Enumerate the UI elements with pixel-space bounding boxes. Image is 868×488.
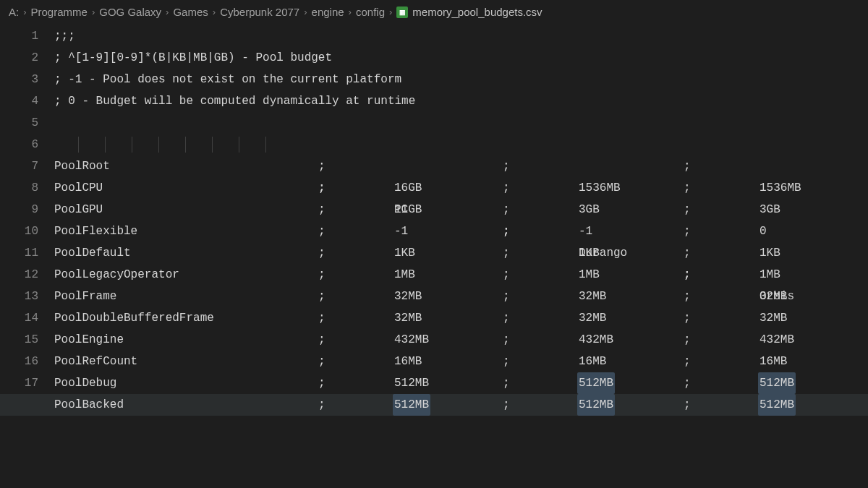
comment-text: ; -1 - Pool does not exist on the curren… (54, 73, 401, 86)
csv-separator: ; (503, 242, 510, 264)
csv-separator: ; (684, 199, 691, 221)
breadcrumb-drive[interactable]: A: (9, 6, 19, 18)
line-number: 12 (0, 264, 38, 286)
data-row[interactable]: PoolFrame;32MB;32MB;32MB (54, 286, 868, 307)
line-number: 17 (0, 372, 38, 394)
line-number: 11 (0, 242, 38, 264)
csv-separator: ; (318, 177, 326, 199)
header-row[interactable]: ; PC ; Durango ; Orbis (54, 134, 868, 155)
breadcrumb-item-cyberpunk-2077[interactable]: Cyberpunk 2077 (220, 6, 299, 18)
value-orbis: 512MB (758, 394, 796, 416)
data-row[interactable]: PoolFlexible;-1;-1;0 (54, 221, 868, 242)
code-editor[interactable]: 1 2 3 4 5 6 7 8 9 10 11 12 13 14 15 16 1… (0, 25, 868, 486)
value-durango: 16MB (579, 351, 606, 372)
line-number-gutter: 1 2 3 4 5 6 7 8 9 10 11 12 13 14 15 16 1… (0, 25, 54, 486)
data-row[interactable]: PoolLegacyOperator;1MB;1MB;1MB (54, 264, 868, 286)
csv-separator: ; (503, 155, 510, 177)
csv-separator: ; (318, 264, 326, 286)
csv-separator: ; (684, 286, 691, 307)
csv-separator: ; (318, 199, 326, 221)
chevron-right-icon: › (349, 7, 352, 17)
breadcrumb: A: › Programme › GOG Galaxy › Games › Cy… (0, 0, 868, 25)
value-pc: 11GB (394, 199, 422, 221)
data-row[interactable]: PoolGPU;11GB;3GB;3GB (54, 199, 868, 221)
data-row[interactable]: PoolEngine;432MB;432MB;432MB (54, 329, 868, 351)
pool-name: PoolRoot (54, 155, 110, 177)
csv-separator: ; (503, 221, 510, 242)
data-row[interactable]: PoolCPU;16GB;1536MB;1536MB (54, 177, 868, 199)
comment-text: ; ^[1-9][0-9]*(B|KB|MB|GB) - Pool budget (54, 51, 332, 64)
breadcrumb-item-programme[interactable]: Programme (31, 6, 88, 18)
pool-name: PoolDoubleBufferedFrame (54, 307, 214, 329)
breadcrumb-item-config[interactable]: config (356, 6, 385, 18)
csv-separator: ; (503, 329, 510, 351)
breadcrumb-item-engine[interactable]: engine (312, 6, 344, 18)
pool-name: PoolEngine (54, 329, 124, 351)
value-pc: 32MB (394, 286, 422, 307)
breadcrumb-item-gog-galaxy[interactable]: GOG Galaxy (99, 6, 161, 18)
pool-name: PoolBacked (54, 394, 124, 416)
code-line[interactable]: ;;; (54, 25, 868, 47)
value-durango: 3GB (579, 199, 600, 221)
data-row[interactable]: PoolBacked;512MB;512MB;512MB (54, 394, 868, 416)
value-durango: 1MB (579, 264, 600, 286)
value-pc: -1 (394, 221, 408, 242)
csv-separator: ; (503, 307, 510, 329)
code-line[interactable] (54, 112, 868, 134)
value-orbis: 16MB (760, 351, 787, 372)
code-line[interactable]: ; 0 - Budget will be computed dynamicall… (54, 90, 868, 112)
value-pc: 1MB (394, 264, 415, 286)
value-durango: 32MB (579, 307, 606, 329)
pool-name: PoolRefCount (54, 351, 137, 372)
value-orbis: 0 (760, 221, 767, 242)
line-number: 7 (0, 155, 38, 177)
csv-file-icon: ▦ (396, 7, 408, 18)
pool-name: PoolCPU (54, 177, 103, 199)
value-pc: 512MB (394, 372, 429, 394)
data-row[interactable]: PoolRoot;;; (54, 155, 868, 177)
line-number: 13 (0, 286, 38, 307)
code-content[interactable]: ;;; ; ^[1-9][0-9]*(B|KB|MB|GB) - Pool bu… (54, 25, 868, 486)
chevron-right-icon: › (213, 7, 216, 17)
value-orbis: 1MB (760, 264, 780, 286)
csv-separator: ; (684, 264, 691, 286)
value-pc: 32MB (394, 307, 422, 329)
pool-name: PoolFlexible (54, 221, 137, 242)
csv-separator: ; (318, 307, 326, 329)
data-row[interactable]: PoolDoubleBufferedFrame;32MB;32MB;32MB (54, 307, 868, 329)
chevron-right-icon: › (166, 7, 169, 17)
csv-separator: ; (684, 155, 691, 177)
breadcrumb-item-games[interactable]: Games (173, 6, 208, 18)
data-row[interactable]: PoolDebug;512MB;512MB;512MB (54, 372, 868, 394)
data-row[interactable]: PoolDefault;1KB;1KB;1KB (54, 242, 868, 264)
csv-separator: ; (503, 199, 510, 221)
csv-separator: ; (318, 372, 326, 394)
comment-text: ; 0 - Budget will be computed dynamicall… (54, 95, 415, 108)
line-number: 5 (0, 112, 38, 134)
csv-separator: ; (318, 351, 326, 372)
pool-name: PoolFrame (54, 286, 116, 307)
pool-name: PoolDefault (54, 242, 131, 264)
csv-separator: ; (684, 242, 691, 264)
csv-separator: ; (318, 286, 326, 307)
line-number: 2 (0, 47, 38, 69)
csv-separator: ; (684, 329, 691, 351)
csv-separator: ; (503, 394, 510, 416)
csv-separator: ; (684, 351, 691, 372)
line-number: 1 (0, 25, 38, 47)
code-line[interactable]: ; -1 - Pool does not exist on the curren… (54, 69, 868, 90)
line-number: 8 (0, 177, 38, 199)
value-pc: 16MB (394, 351, 422, 372)
csv-separator: ; (318, 329, 326, 351)
chevron-right-icon: › (23, 7, 26, 17)
value-orbis: 32MB (760, 286, 787, 307)
csv-separator: ; (318, 242, 326, 264)
line-number: 14 (0, 307, 38, 329)
breadcrumb-file[interactable]: memory_pool_budgets.csv (412, 6, 542, 18)
value-orbis: 32MB (760, 307, 787, 329)
code-line[interactable]: ; ^[1-9][0-9]*(B|KB|MB|GB) - Pool budget (54, 47, 868, 69)
comment-text: ;;; (54, 30, 75, 43)
value-durango: 1KB (579, 242, 600, 264)
data-row[interactable]: PoolRefCount;16MB;16MB;16MB (54, 351, 868, 372)
value-durango: -1 (579, 221, 592, 242)
